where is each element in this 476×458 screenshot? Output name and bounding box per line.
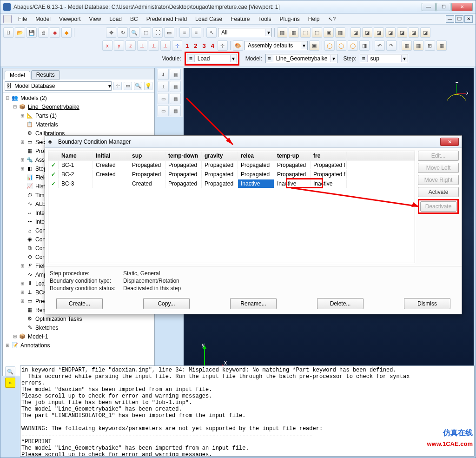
tool-icon[interactable]: ⊹ xyxy=(113,82,122,90)
message-log[interactable]: in keyword *ENDPART, file "daoxian.inp",… xyxy=(20,365,475,457)
tool-icon[interactable]: ⊥ xyxy=(158,81,169,92)
view-front-icon[interactable]: ◪ xyxy=(362,27,372,38)
mdi-minimize-button[interactable]: — xyxy=(446,15,454,23)
datum-x-icon[interactable]: x xyxy=(102,40,112,51)
tree-item[interactable]: ⊞📦Model-1 xyxy=(3,332,154,341)
tree-item[interactable]: ⊟👥Models (2) xyxy=(3,93,154,102)
datum-icon[interactable]: ⊥ xyxy=(149,40,159,51)
table-row[interactable]: ✓BC-3CreatedPropagatedPropagatedInactive… xyxy=(48,179,415,188)
bc-table[interactable]: NameInitialsuptemp-downgravityreleatemp-… xyxy=(48,151,415,263)
tab-results[interactable]: Results xyxy=(31,70,60,80)
rename-button[interactable]: Rename... xyxy=(230,298,277,309)
maximize-button[interactable]: ☐ xyxy=(436,3,450,11)
open-icon[interactable]: 📂 xyxy=(15,27,25,38)
tool-icon[interactable]: ▭ xyxy=(124,82,132,90)
delete-button[interactable]: Delete... xyxy=(317,298,364,309)
menu-help[interactable]: Help xyxy=(304,15,324,23)
tool-icon[interactable]: ⊞ xyxy=(425,40,435,51)
view-3-label[interactable]: 3 xyxy=(200,42,207,49)
help-pointer-icon[interactable]: ↖? xyxy=(324,15,340,23)
tree-item[interactable]: 📋Materials xyxy=(3,120,154,129)
menu-viewport[interactable]: Viewport xyxy=(55,15,84,23)
tool-icon[interactable]: ≡ xyxy=(191,27,201,38)
tree-item[interactable]: ⊟📦Line_Geometrybaike xyxy=(3,102,154,111)
tool-icon[interactable]: ▦ xyxy=(413,40,423,51)
display-group-icon[interactable]: ▣ xyxy=(309,40,319,51)
message-tool-icon[interactable]: 🔍 xyxy=(5,366,15,377)
csys-icon[interactable]: ⊹ xyxy=(172,40,182,51)
module-combo[interactable]: ≡ Load ▾ xyxy=(187,54,237,63)
tool-icon[interactable]: ▦ xyxy=(170,105,181,116)
prompt-icon[interactable]: » xyxy=(5,378,15,388)
deactivate-button[interactable]: Deactivate xyxy=(420,201,456,212)
menu-view[interactable]: View xyxy=(86,15,105,23)
rotate-icon[interactable]: ↻ xyxy=(118,27,128,38)
tab-model[interactable]: Model xyxy=(5,71,30,80)
bc-manager-icon[interactable]: ▦ xyxy=(170,81,181,92)
dialog-close-button[interactable]: ✕ xyxy=(440,138,459,146)
menu-load[interactable]: Load xyxy=(106,15,126,23)
move-left-button[interactable]: Move Left xyxy=(418,163,459,173)
tool-icon[interactable]: ◨ xyxy=(359,40,370,51)
tree-item[interactable]: ⚙Optimization Tasks xyxy=(3,314,154,323)
tree-item[interactable]: ✎Sketches xyxy=(3,323,154,332)
create-load-icon[interactable]: ⬇ xyxy=(158,69,169,80)
tool-icon[interactable]: ▭ xyxy=(158,105,169,116)
menu-bc[interactable]: BC xyxy=(126,15,142,23)
tree-item[interactable]: ⊞📝Annotations xyxy=(3,341,154,350)
box-zoom-icon[interactable]: ⬚ xyxy=(141,27,151,38)
activate-button[interactable]: Activate xyxy=(418,187,459,197)
tool-icon[interactable]: ≡ xyxy=(179,27,190,38)
column-header[interactable]: fre xyxy=(311,152,347,160)
undo-icon[interactable]: ↶ xyxy=(375,40,385,51)
column-header[interactable]: Name xyxy=(59,152,93,160)
view-top-icon[interactable]: ◪ xyxy=(350,27,361,38)
view-iso-icon[interactable]: ◪ xyxy=(385,27,396,38)
column-header[interactable]: relea xyxy=(238,152,274,160)
view-side-icon[interactable]: ◪ xyxy=(374,27,384,38)
view-icon[interactable]: ▦ xyxy=(289,27,299,38)
zoom-icon[interactable]: 🔍 xyxy=(129,27,139,38)
dismiss-button[interactable]: Dismiss xyxy=(404,298,450,309)
column-header[interactable]: temp-down xyxy=(165,152,202,160)
fit-icon[interactable]: ⛶ xyxy=(152,27,163,38)
model-combo[interactable]: ≡ Line_Geometrybaike ▾ xyxy=(265,54,337,63)
column-header[interactable] xyxy=(48,155,59,157)
circle-icon[interactable]: ◯ xyxy=(348,40,358,51)
render-style-combo[interactable]: Assembly defaults ▾ xyxy=(245,41,308,50)
redo-icon[interactable]: ↷ xyxy=(386,40,397,51)
tool-icon[interactable]: 🔍 xyxy=(134,82,142,90)
step-combo[interactable]: ≡ sup ▾ xyxy=(360,54,408,63)
view-icon[interactable]: ▦ xyxy=(277,27,287,38)
selection-filter-combo[interactable]: All ▾ xyxy=(218,28,272,37)
circle-icon[interactable]: ◯ xyxy=(336,40,346,51)
csys-icon[interactable]: ⊹ xyxy=(218,40,228,51)
load-manager-icon[interactable]: ▦ xyxy=(170,69,181,80)
column-header[interactable]: sup xyxy=(129,152,165,160)
menu-tools[interactable]: Tools xyxy=(254,15,275,23)
create-button[interactable]: Create... xyxy=(56,298,103,309)
cursor-icon[interactable]: ↖ xyxy=(206,27,217,38)
print-icon[interactable]: 🖨 xyxy=(38,27,48,38)
minimize-button[interactable]: — xyxy=(422,3,436,11)
copy-button[interactable]: Copy... xyxy=(143,298,190,309)
view-icon[interactable]: ⬚ xyxy=(312,27,322,38)
view-1-label[interactable]: 1 xyxy=(184,42,191,49)
datum-z-icon[interactable]: z xyxy=(126,40,136,51)
tool-icon[interactable]: ▭ xyxy=(164,27,174,38)
view-icon[interactable]: ◪ xyxy=(420,27,430,38)
datum-icon[interactable]: ⊥ xyxy=(160,40,171,51)
tool-icon[interactable]: ▦ xyxy=(402,40,412,51)
column-header[interactable]: Initial xyxy=(93,152,129,160)
move-right-button[interactable]: Move Right xyxy=(418,175,459,185)
menu-feature[interactable]: Feature xyxy=(227,15,253,23)
view-icon[interactable]: ▣ xyxy=(324,27,334,38)
tool-icon[interactable]: ◆ xyxy=(61,27,72,38)
tool-icon[interactable]: ◆ xyxy=(50,27,60,38)
title-bar[interactable]: Abaqus/CAE 6.13-1 - Model Database: C:\U… xyxy=(0,0,476,13)
menu-model[interactable]: Model xyxy=(32,15,54,23)
menu-load-case[interactable]: Load Case xyxy=(192,15,226,23)
pan-icon[interactable]: ✥ xyxy=(106,27,116,38)
table-row[interactable]: ✓BC-1CreatedPropagatedPropagatedPropagat… xyxy=(48,160,415,170)
mdi-close-button[interactable]: ✕ xyxy=(464,15,473,23)
